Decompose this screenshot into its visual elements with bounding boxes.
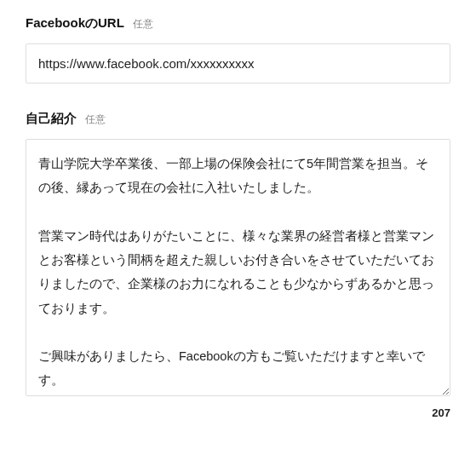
bio-char-counter: 207 xyxy=(26,406,450,419)
facebook-label-row: FacebookのURL 任意 xyxy=(26,15,450,32)
bio-label-row: 自己紹介 任意 xyxy=(26,111,450,127)
bio-optional-tag: 任意 xyxy=(85,112,106,127)
bio-group: 自己紹介 任意 207 xyxy=(26,111,450,419)
facebook-url-input[interactable] xyxy=(26,43,450,84)
bio-textarea[interactable] xyxy=(26,139,450,396)
bio-label: 自己紹介 xyxy=(26,111,77,127)
facebook-label: FacebookのURL xyxy=(26,15,124,32)
facebook-url-group: FacebookのURL 任意 xyxy=(26,15,450,84)
facebook-optional-tag: 任意 xyxy=(133,17,153,32)
